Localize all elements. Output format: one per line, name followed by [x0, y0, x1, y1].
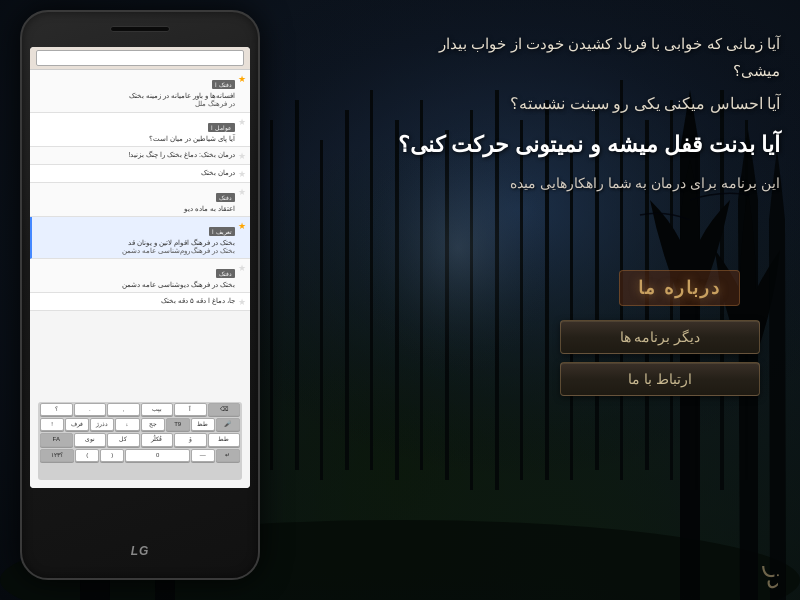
- list-item[interactable]: ★ عوامل ا آیا پای شیاطین در میان است؟: [30, 113, 250, 147]
- item-label: عوامل ا: [208, 123, 235, 132]
- kb-key[interactable]: فُكلُر: [141, 433, 174, 446]
- star-icon: ★: [238, 297, 246, 307]
- star-icon: ★: [238, 187, 246, 197]
- kb-key[interactable]: طط: [208, 433, 241, 446]
- question-2: آیا احساس میکنی یکی رو سینت نشسته؟: [390, 90, 780, 119]
- kb-key[interactable]: ۆ: [174, 433, 207, 446]
- star-icon: ★: [238, 263, 246, 273]
- screen-header: [30, 47, 250, 70]
- kb-key[interactable]: ): [100, 449, 124, 462]
- kb-key[interactable]: آ: [174, 403, 207, 416]
- item-text: درمان بختک: دماغ بختک را چنگ بزنید!: [128, 150, 235, 159]
- kb-key[interactable]: بپب: [141, 403, 174, 416]
- kb-enter-key[interactable]: ↵: [216, 449, 240, 462]
- list-item[interactable]: ★ درمان بختک: دماغ بختک را چنگ بزنید!: [30, 147, 250, 165]
- kb-key[interactable]: (: [75, 449, 99, 462]
- kb-key[interactable]: جج: [141, 418, 165, 431]
- star-icon: ★: [238, 221, 246, 231]
- keyboard-row-4: ؟١٢٣ ( ) 0 — ↵: [38, 448, 242, 463]
- question-3: آیا بدنت قفل میشه و نمیتونی حرکت کنی؟: [390, 125, 780, 165]
- item-text: جا، دماغ ا دقه ۵ دقه بختک: [161, 296, 235, 305]
- kb-key[interactable]: فرف: [65, 418, 89, 431]
- list-item[interactable]: ★ دفتک اعتقاد به ماده دیو: [30, 183, 250, 217]
- list-item[interactable]: ★ دفتک ا افسانه‌ها و باور عامیانه در زمی…: [30, 70, 250, 113]
- menu-buttons: دیگر برنامه ها ارتباط با ما: [560, 320, 760, 396]
- kb-key[interactable]: کل: [107, 433, 140, 446]
- answer-text: این برنامه برای درمان به شما راهکارهایی …: [390, 172, 780, 196]
- right-panel: آیا زمانی که خوابی با فریاد کشیدن خودت ا…: [390, 30, 780, 196]
- item-text: درمان بختک: [201, 168, 235, 177]
- item-text: بختک در فرهنگ اقوام لاتین و یونان قد: [122, 238, 235, 247]
- app-title: درباره ما: [619, 270, 740, 306]
- phone-speaker: [110, 26, 170, 32]
- item-text: بختک در فرهنگ دیوشناسی عامه دشمن: [122, 280, 235, 289]
- kb-key[interactable]: .: [74, 403, 107, 416]
- keyboard[interactable]: ؟ . , بپب آ ⌫ ! فرف دذرژ ۀ جج T9 طظ 🎤: [38, 402, 242, 480]
- item-subtext: در فرهنگ ملل: [129, 100, 235, 108]
- kb-delete-key[interactable]: ⌫: [208, 403, 241, 416]
- kb-key[interactable]: ؟: [40, 403, 73, 416]
- kb-key[interactable]: طظ: [191, 418, 215, 431]
- item-text: اعتقاد به ماده دیو: [184, 204, 235, 213]
- question-1: آیا زمانی که خوابی با فریاد کشیدن خودت ا…: [390, 30, 780, 84]
- list-item[interactable]: ★ جا، دماغ ا دقه ۵ دقه بختک: [30, 293, 250, 311]
- star-icon: ★: [238, 169, 246, 179]
- star-icon: ★: [238, 151, 246, 161]
- corner-logo: دز: [762, 567, 790, 590]
- item-label: تعریف ا: [209, 227, 235, 236]
- keyboard-row-2: ! فرف دذرژ ۀ جج T9 طظ 🎤: [38, 417, 242, 432]
- kb-fa-key[interactable]: FA: [40, 433, 73, 446]
- kb-space-key[interactable]: 0: [125, 449, 189, 462]
- item-label: دفتک: [216, 269, 235, 278]
- item-text: افسانه‌ها و باور عامیانه در زمینه بختک: [129, 91, 235, 100]
- phone-screen: ★ دفتک ا افسانه‌ها و باور عامیانه در زمی…: [30, 47, 250, 488]
- keyboard-row-1: ؟ . , بپب آ ⌫: [38, 402, 242, 417]
- list-item[interactable]: ★ درمان بختک: [30, 165, 250, 183]
- kb-sym-key[interactable]: ؟١٢٣: [40, 449, 74, 462]
- item-label: دفتک ا: [212, 80, 235, 89]
- item-subtext: بختک در فرهنگ روم‌شناسی عامه دشمن: [122, 247, 235, 255]
- app-title-banner: درباره ما: [619, 270, 740, 306]
- kb-mic-key[interactable]: 🎤: [216, 418, 240, 431]
- item-label: دفتک: [216, 193, 235, 202]
- kb-t9-key[interactable]: T9: [166, 418, 190, 431]
- star-icon: ★: [238, 74, 246, 84]
- list-item[interactable]: ★ تعریف ا بختک در فرهنگ اقوام لاتین و یو…: [30, 217, 250, 260]
- other-apps-button[interactable]: دیگر برنامه ها: [560, 320, 760, 354]
- kb-key[interactable]: —: [191, 449, 215, 462]
- kb-key[interactable]: دذرژ: [90, 418, 114, 431]
- list-item[interactable]: ★ دفتک بختک در فرهنگ دیوشناسی عامه دشمن: [30, 259, 250, 293]
- screen-search-input[interactable]: [36, 50, 244, 66]
- contact-us-button[interactable]: ارتباط با ما: [560, 362, 760, 396]
- kb-key[interactable]: !: [40, 418, 64, 431]
- kb-key[interactable]: ,: [107, 403, 140, 416]
- item-text: آیا پای شیاطین در میان است؟: [149, 134, 235, 143]
- kb-key[interactable]: ۀ: [115, 418, 139, 431]
- phone-brand-logo: LG: [131, 544, 150, 558]
- kb-key[interactable]: نوی: [74, 433, 107, 446]
- star-icon: ★: [238, 117, 246, 127]
- phone-body: ★ دفتک ا افسانه‌ها و باور عامیانه در زمی…: [20, 10, 260, 580]
- keyboard-row-3: FA نوی کل فُكلُر ۆ طط: [38, 432, 242, 447]
- phone: ★ دفتک ا افسانه‌ها و باور عامیانه در زمی…: [20, 10, 260, 580]
